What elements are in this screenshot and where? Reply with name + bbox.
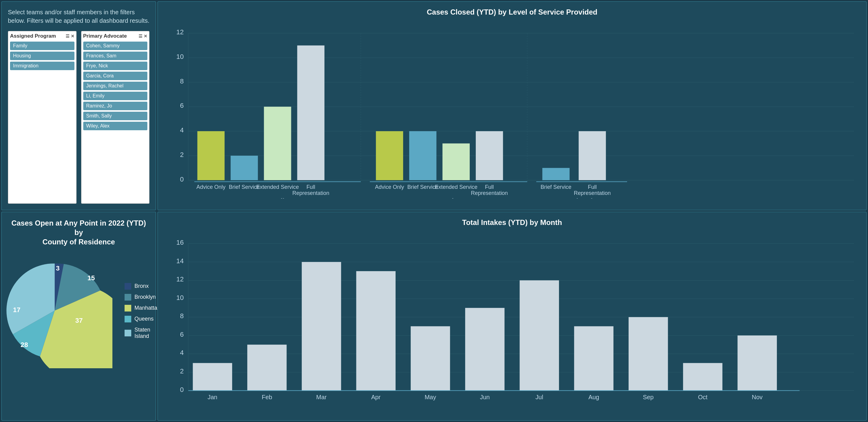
program-item-housing[interactable]: Housing bbox=[10, 52, 74, 60]
svg-text:6: 6 bbox=[180, 331, 184, 338]
advocate-frye[interactable]: Frye, Nick bbox=[83, 62, 148, 70]
primary-advocate-filter: Primary Advocate ☰ ✕ Cohen, Sammy France… bbox=[81, 31, 150, 204]
svg-text:Jul: Jul bbox=[535, 394, 543, 400]
advocate-list-icon[interactable]: ☰ bbox=[138, 34, 143, 38]
svg-rect-37 bbox=[125, 294, 131, 300]
bar-family-extended bbox=[264, 106, 291, 180]
svg-text:Jun: Jun bbox=[480, 394, 490, 400]
advocate-smith[interactable]: Smith, Sally bbox=[83, 112, 148, 120]
svg-text:Mar: Mar bbox=[316, 394, 327, 400]
legend-brooklyn: Brooklyn bbox=[125, 294, 160, 300]
legend-swatch-bronx bbox=[125, 283, 131, 290]
filter-columns: Assigned Program ☰ ✕ Family Housing Immi… bbox=[8, 31, 150, 204]
advocate-li[interactable]: Li, Emily bbox=[83, 92, 148, 100]
pie-label-staten: 17 bbox=[13, 306, 20, 314]
assigned-program-icons: ☰ ✕ bbox=[66, 34, 74, 38]
program-item-family[interactable]: Family bbox=[10, 41, 74, 50]
filter-instruction: Select teams and/or staff members in the… bbox=[8, 8, 150, 25]
advocate-clear-icon[interactable]: ✕ bbox=[144, 34, 147, 38]
advocate-wiley[interactable]: Wiley, Alex bbox=[83, 122, 148, 130]
svg-text:Full: Full bbox=[485, 184, 494, 190]
cases-closed-title: Cases Closed (YTD) by Level of Service P… bbox=[164, 8, 860, 17]
pie-label-queens: 28 bbox=[21, 341, 28, 349]
pie-legend: Bronx Brooklyn Manhattan Queens Staten I… bbox=[125, 283, 160, 339]
pie-chart-panel: Cases Open at Any Point in 2022 (YTD) by… bbox=[1, 212, 156, 421]
svg-text:Family: Family bbox=[267, 197, 288, 199]
svg-text:Brief Service: Brief Service bbox=[229, 184, 260, 190]
bar-housing-full bbox=[476, 131, 503, 180]
bar-family-full bbox=[297, 45, 324, 180]
bar-jan bbox=[193, 363, 232, 391]
svg-text:10: 10 bbox=[176, 53, 184, 60]
bar-housing-advice bbox=[376, 131, 403, 180]
program-item-immigration[interactable]: Immigration bbox=[10, 62, 74, 70]
legend-swatch-queens bbox=[125, 316, 131, 322]
svg-text:Full: Full bbox=[307, 184, 315, 190]
legend-label-manhattan: Manhattan bbox=[134, 305, 160, 311]
legend-swatch-staten bbox=[125, 330, 131, 336]
pie-label-bronx: 3 bbox=[56, 264, 60, 272]
svg-text:Feb: Feb bbox=[262, 394, 272, 400]
pie-label-manhattan: 37 bbox=[75, 317, 83, 324]
bar-immigration-full bbox=[579, 131, 606, 180]
svg-text:12: 12 bbox=[176, 275, 184, 283]
legend-queens: Queens bbox=[125, 316, 160, 322]
svg-text:Full: Full bbox=[588, 184, 597, 190]
svg-text:Jan: Jan bbox=[208, 394, 217, 400]
bar-immigration-brief bbox=[542, 168, 570, 180]
legend-manhattan: Manhattan bbox=[125, 305, 160, 312]
pie-content: 3 15 37 28 17 Bronx Brooklyn Manhattan bbox=[0, 253, 160, 369]
svg-text:Extended Service: Extended Service bbox=[256, 184, 299, 190]
svg-text:6: 6 bbox=[180, 102, 184, 109]
svg-text:Advice Only: Advice Only bbox=[375, 184, 404, 190]
assigned-program-filter: Assigned Program ☰ ✕ Family Housing Immi… bbox=[8, 31, 76, 204]
bar-jun bbox=[465, 308, 504, 390]
intakes-panel: Total Intakes (YTD) by Month 0 2 4 6 8 1… bbox=[157, 212, 867, 421]
svg-text:10: 10 bbox=[176, 294, 184, 301]
svg-text:16: 16 bbox=[176, 239, 184, 246]
legend-swatch-manhattan bbox=[125, 305, 131, 312]
svg-text:Representation: Representation bbox=[292, 190, 329, 196]
advocate-jennings[interactable]: Jennings, Rachel bbox=[83, 82, 148, 90]
legend-label-brooklyn: Brooklyn bbox=[134, 294, 156, 300]
svg-text:12: 12 bbox=[176, 28, 184, 36]
bar-family-brief bbox=[230, 156, 258, 180]
bar-housing-brief bbox=[409, 131, 437, 180]
pie-chart-title: Cases Open at Any Point in 2022 (YTD) by… bbox=[8, 218, 150, 247]
legend-label-bronx: Bronx bbox=[134, 283, 149, 289]
advocate-ramirez[interactable]: Ramirez, Jo bbox=[83, 102, 148, 110]
advocate-cohen[interactable]: Cohen, Sammy bbox=[83, 41, 148, 50]
svg-text:Advice Only: Advice Only bbox=[196, 184, 226, 190]
bar-housing-extended bbox=[442, 143, 470, 180]
intakes-title: Total Intakes (YTD) by Month bbox=[164, 218, 860, 227]
intakes-chart-area: 0 2 4 6 8 10 12 14 16 Jan Feb Mar Apr bbox=[164, 231, 860, 409]
svg-text:0: 0 bbox=[180, 175, 184, 183]
svg-rect-40 bbox=[125, 330, 131, 336]
svg-rect-36 bbox=[125, 283, 131, 290]
pie-svg-container: 3 15 37 28 17 bbox=[0, 253, 113, 369]
svg-text:Aug: Aug bbox=[588, 394, 599, 400]
svg-text:May: May bbox=[425, 394, 436, 400]
legend-staten: Staten Island bbox=[125, 327, 160, 339]
legend-bronx: Bronx bbox=[125, 283, 160, 290]
filter-clear-icon[interactable]: ✕ bbox=[71, 34, 74, 38]
filters-panel: Select teams and/or staff members in the… bbox=[1, 1, 156, 210]
advocate-garcia[interactable]: Garcia, Cora bbox=[83, 72, 148, 80]
svg-text:14: 14 bbox=[176, 257, 184, 265]
svg-text:Extended Service: Extended Service bbox=[435, 184, 477, 190]
svg-text:Sep: Sep bbox=[643, 394, 653, 400]
svg-text:Nov: Nov bbox=[752, 394, 763, 400]
primary-advocate-header: Primary Advocate ☰ ✕ bbox=[83, 33, 148, 39]
filter-list-icon[interactable]: ☰ bbox=[66, 34, 69, 38]
advocate-frances[interactable]: Frances, Sam bbox=[83, 52, 148, 60]
advocate-icons: ☰ ✕ bbox=[138, 34, 147, 38]
svg-rect-39 bbox=[125, 316, 131, 322]
pie-svg: 3 15 37 28 17 bbox=[0, 253, 113, 368]
svg-text:4: 4 bbox=[180, 126, 184, 134]
bar-sep bbox=[629, 317, 668, 390]
svg-text:Representation: Representation bbox=[574, 190, 611, 196]
bar-mar bbox=[302, 262, 341, 391]
svg-text:Oct: Oct bbox=[698, 394, 708, 400]
cases-closed-chart-area: 0 2 4 6 8 10 12 Advice Only Brief Servic… bbox=[164, 21, 860, 199]
bar-jul bbox=[520, 280, 559, 390]
